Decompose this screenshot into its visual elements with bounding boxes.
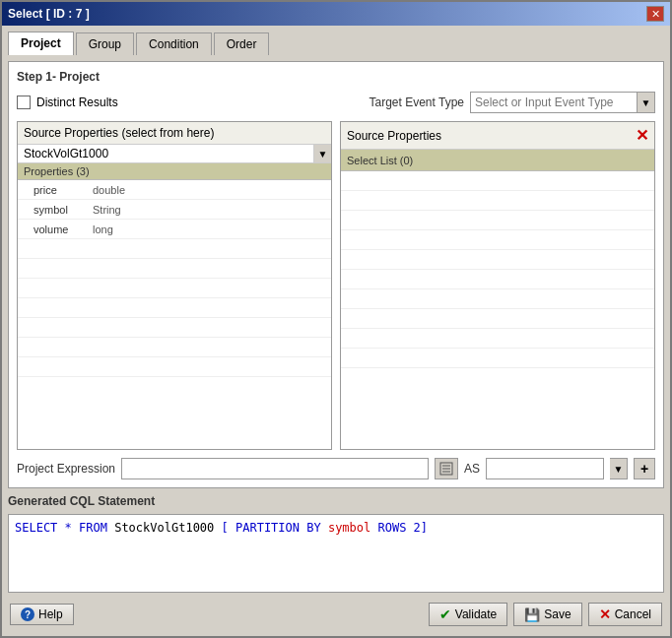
help-button[interactable]: ? Help [10,604,74,625]
source-dropdown-button[interactable]: ▼ [313,145,331,162]
save-label: Save [544,607,571,621]
cql-part: [ PARTITION BY [214,521,328,535]
list-item: price double [18,180,331,200]
empty-row [341,270,654,289]
list-item: volume long [18,220,331,239]
save-icon: 💾 [524,607,540,622]
select-list-items [341,171,654,368]
source-right-close-icon[interactable]: ✕ [636,126,648,145]
footer-left: ? Help [10,604,74,625]
props-section: Properties (3) price double symbol Strin… [18,163,331,449]
as-label: AS [464,462,480,476]
cql-source-name: StockVolGt1000 [114,521,214,535]
validate-button[interactable]: ✔ Validate [429,603,507,626]
empty-row [341,329,654,349]
expression-label: Project Expression [17,462,115,476]
distinct-checkbox[interactable] [17,96,31,109]
props-header: Properties (3) [18,163,331,180]
empty-row [18,318,331,338]
expression-row: Project Expression AS ▼ + [17,458,655,479]
cql-part: ROWS 2] [370,521,428,535]
select-list-header: Select List (0) [341,150,654,171]
empty-row [18,298,331,318]
empty-row [341,211,654,230]
panels-row: Source Properties (select from here) Sto… [17,121,655,450]
validate-label: Validate [455,607,497,621]
tab-bar: Project Group Condition Order [8,32,664,55]
prop-name: volume [34,223,93,235]
window-title: Select [ ID : 7 ] [8,7,90,21]
source-right-header-label: Source Properties [347,129,441,143]
cancel-label: Cancel [615,607,651,621]
empty-row [341,230,654,250]
source-left-panel: Source Properties (select from here) Sto… [17,121,332,450]
options-row: Distinct Results Target Event Type ▼ [17,92,655,113]
prop-name: symbol [34,204,93,216]
cql-part: SELECT * FROM [15,521,114,535]
empty-row [18,357,331,377]
footer-right: ✔ Validate 💾 Save ✕ Cancel [429,603,662,626]
props-list: price double symbol String volume long [18,180,331,377]
distinct-left: Distinct Results [17,96,118,109]
help-icon: ? [21,607,34,621]
target-right: Target Event Type ▼ [369,92,655,113]
cql-statement-box: SELECT * FROM StockVolGt1000 [ PARTITION… [8,514,664,593]
tab-group[interactable]: Group [76,32,134,55]
source-right-header: Source Properties ✕ [341,122,654,150]
cancel-button[interactable]: ✕ Cancel [588,603,662,626]
list-item: symbol String [18,200,331,220]
event-type-combo: ▼ [470,92,655,113]
source-left-combo: StockVolGt1000 ▼ [18,145,331,163]
empty-row [341,171,654,191]
empty-row [341,349,654,368]
window-close-button[interactable]: ✕ [646,6,664,22]
prop-name: price [34,184,93,196]
event-type-dropdown-button[interactable]: ▼ [638,92,655,113]
tab-condition[interactable]: Condition [136,32,212,55]
main-window: Select [ ID : 7 ] ✕ Project Group Condit… [0,0,672,638]
content-area: Step 1- Project Distinct Results Target … [8,61,664,488]
empty-row [341,289,654,309]
source-dropdown-value: StockVolGt1000 [18,145,313,162]
prop-type: long [93,223,113,235]
event-type-input[interactable] [470,92,638,113]
as-dropdown-button[interactable]: ▼ [610,458,628,479]
source-left-header-label: Source Properties (select from here) [24,126,214,140]
empty-row [341,250,654,270]
as-input[interactable] [486,458,604,479]
cql-partition-field: symbol [328,521,370,535]
prop-type: double [93,184,125,196]
cql-text: SELECT * FROM StockVolGt1000 [ PARTITION… [15,521,428,535]
help-label: Help [38,607,63,621]
target-event-type-label: Target Event Type [369,96,464,109]
expression-input[interactable] [121,458,429,479]
distinct-label: Distinct Results [36,96,118,109]
empty-row [18,279,331,298]
add-expression-button[interactable]: + [634,458,655,479]
title-bar: Select [ ID : 7 ] ✕ [2,2,670,26]
cql-section-label: Generated CQL Statement [8,494,664,508]
empty-row [18,239,331,259]
source-left-header: Source Properties (select from here) [18,122,331,145]
tab-project[interactable]: Project [8,32,74,55]
source-right-panel: Source Properties ✕ Select List (0) [340,121,655,450]
empty-row [18,259,331,279]
footer: ? Help ✔ Validate 💾 Save ✕ Cancel [8,599,664,630]
tab-order[interactable]: Order [214,32,270,55]
step-label: Step 1- Project [17,70,655,84]
expression-calc-button[interactable] [435,458,458,479]
empty-row [341,191,654,211]
window-body: Project Group Condition Order Step 1- Pr… [2,26,670,636]
empty-row [18,338,331,357]
validate-icon: ✔ [439,606,451,622]
cancel-icon: ✕ [599,606,611,622]
prop-type: String [93,204,121,216]
calc-icon [439,462,453,476]
empty-row [341,309,654,329]
save-button[interactable]: 💾 Save [513,603,581,626]
